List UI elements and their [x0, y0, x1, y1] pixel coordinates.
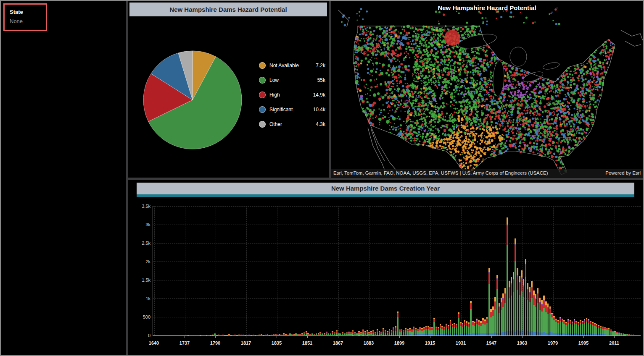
bar-year-64[interactable] — [283, 333, 285, 335]
bar-year-234[interactable] — [628, 334, 630, 335]
bar-year-138[interactable] — [433, 318, 435, 335]
bar-year-223[interactable] — [606, 328, 608, 335]
bar-year-125[interactable] — [407, 329, 409, 335]
legend-item[interactable]: Other4.3k — [259, 117, 325, 131]
bar-year-225[interactable] — [610, 330, 612, 335]
bar-year-27[interactable] — [208, 335, 210, 335]
bar-year-41[interactable] — [236, 335, 238, 335]
bar-year-213[interactable] — [586, 318, 588, 335]
bar-year-140[interactable] — [438, 327, 439, 335]
bar-year-11[interactable] — [175, 335, 177, 335]
bar-year-151[interactable] — [460, 322, 462, 335]
bar-year-22[interactable] — [198, 335, 199, 335]
bar-year-46[interactable] — [246, 335, 248, 335]
bar-year-30[interactable] — [214, 333, 216, 335]
bar-year-86[interactable] — [328, 333, 330, 335]
bar-year-7[interactable] — [167, 335, 169, 335]
bar-year-112[interactable] — [380, 332, 382, 335]
map-canvas[interactable] — [331, 1, 643, 178]
bar-year-145[interactable] — [448, 325, 449, 335]
bar-year-157[interactable] — [472, 321, 474, 335]
bar-year-68[interactable] — [291, 334, 293, 335]
bar-year-186[interactable] — [531, 281, 533, 335]
bar-year-2[interactable] — [157, 335, 159, 335]
bar-year-77[interactable] — [309, 334, 311, 335]
bar-year-238[interactable] — [636, 335, 638, 335]
bar-year-162[interactable] — [482, 318, 484, 335]
bar-year-72[interactable] — [299, 334, 301, 335]
bar-year-59[interactable] — [273, 334, 274, 335]
bar-year-92[interactable] — [340, 333, 342, 335]
bar-year-126[interactable] — [409, 328, 411, 335]
bar-year-232[interactable] — [624, 334, 626, 335]
bar-year-85[interactable] — [326, 332, 327, 335]
bar-year-9[interactable] — [172, 335, 173, 335]
bar-year-79[interactable] — [314, 334, 315, 335]
bar-year-20[interactable] — [194, 335, 195, 335]
bar-year-231[interactable] — [623, 333, 624, 335]
bar-year-83[interactable] — [322, 333, 323, 335]
bar-year-53[interactable] — [261, 334, 262, 335]
bar-year-148[interactable] — [454, 323, 455, 335]
bar-year-31[interactable] — [216, 335, 218, 335]
bar-year-110[interactable] — [377, 329, 378, 335]
bar-year-230[interactable] — [620, 333, 622, 335]
bar-year-131[interactable] — [419, 327, 421, 335]
bar-year-180[interactable] — [519, 275, 520, 335]
bar-year-135[interactable] — [428, 326, 429, 335]
bar-year-198[interactable] — [555, 319, 557, 335]
bar-year-3[interactable] — [159, 335, 161, 335]
bar-year-218[interactable] — [596, 324, 598, 335]
bar-year-118[interactable] — [393, 327, 394, 335]
bar-year-62[interactable] — [279, 334, 281, 335]
bar-year-120[interactable] — [397, 312, 399, 335]
bar-year-239[interactable] — [639, 335, 640, 335]
bar-year-189[interactable] — [537, 288, 539, 335]
bar-year-5[interactable] — [163, 335, 165, 335]
bar-year-208[interactable] — [575, 321, 577, 335]
bar-year-233[interactable] — [626, 334, 628, 335]
bar-year-236[interactable] — [633, 335, 634, 335]
bar-year-56[interactable] — [267, 334, 269, 335]
bar-year-98[interactable] — [352, 330, 354, 336]
bar-year-117[interactable] — [391, 330, 393, 335]
legend-item[interactable]: Low55k — [259, 73, 325, 87]
bar-year-129[interactable] — [415, 328, 417, 335]
bar-year-61[interactable] — [277, 335, 279, 335]
bar-year-188[interactable] — [535, 294, 537, 335]
bar-year-163[interactable] — [484, 319, 486, 335]
bar-year-212[interactable] — [584, 319, 586, 335]
bar-year-206[interactable] — [572, 322, 573, 335]
bar-year-109[interactable] — [375, 332, 376, 335]
bar-year-158[interactable] — [474, 322, 476, 335]
bar-year-65[interactable] — [285, 334, 287, 335]
bar-year-191[interactable] — [541, 300, 543, 335]
bar-year-66[interactable] — [287, 335, 289, 335]
bar-year-123[interactable] — [403, 330, 405, 335]
bar-year-201[interactable] — [562, 319, 563, 335]
bar-year-71[interactable] — [297, 334, 299, 335]
bar-year-178[interactable] — [515, 238, 516, 335]
bar-year-214[interactable] — [588, 319, 589, 335]
bar-year-167[interactable] — [492, 306, 494, 335]
bar-year-183[interactable] — [525, 259, 527, 335]
bar-year-211[interactable] — [582, 321, 583, 335]
bar-year-15[interactable] — [184, 335, 185, 335]
bar-year-199[interactable] — [557, 320, 559, 335]
bar-year-160[interactable] — [478, 320, 480, 335]
bar-year-57[interactable] — [269, 335, 271, 335]
bar-year-156[interactable] — [470, 301, 472, 335]
bar-year-10[interactable] — [173, 335, 175, 335]
bar-year-39[interactable] — [232, 335, 234, 335]
bar-year-171[interactable] — [501, 298, 502, 335]
legend-item[interactable]: High14.9k — [259, 87, 325, 102]
bar-year-132[interactable] — [421, 328, 423, 335]
bar-year-122[interactable] — [401, 329, 403, 335]
bar-year-149[interactable] — [456, 324, 457, 335]
bar-year-105[interactable] — [367, 330, 368, 335]
bar-year-142[interactable] — [441, 326, 443, 335]
bar-year-18[interactable] — [190, 335, 191, 335]
bar-year-134[interactable] — [425, 326, 427, 335]
bar-year-99[interactable] — [354, 332, 356, 335]
bar-year-101[interactable] — [358, 331, 360, 335]
